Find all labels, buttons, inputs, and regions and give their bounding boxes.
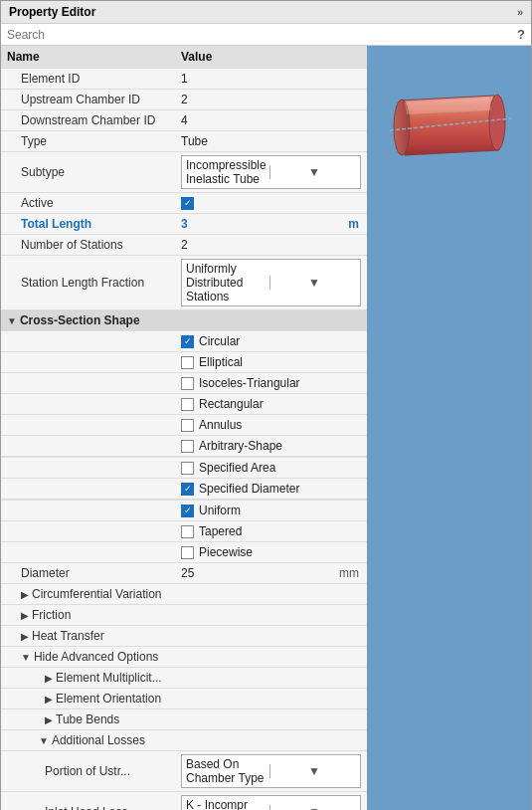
tube-bends-expand-icon[interactable]: ▶	[45, 714, 53, 725]
downstream-chamber-label: Downstream Chamber ID	[1, 110, 175, 131]
table-row: Elliptical	[1, 352, 367, 373]
friction-header: ▶ Friction	[21, 608, 361, 622]
piecewise-checkbox[interactable]	[181, 546, 194, 559]
rectangular-checkbox[interactable]	[181, 398, 194, 411]
station-length-fraction-label: Station Length Fraction	[1, 256, 175, 310]
subtype-dropdown[interactable]: Incompressible Inelastic Tube ▼	[181, 155, 361, 189]
circular-label	[1, 331, 175, 352]
tube-svg	[385, 91, 514, 160]
element-multiplicity-header: ▶ Element Multiplicit...	[33, 671, 361, 685]
circ-variation-label[interactable]: ▶ Circumferential Variation	[1, 584, 367, 605]
subtype-value[interactable]: Incompressible Inelastic Tube ▼	[175, 152, 367, 193]
table-row: Tapered	[1, 521, 367, 542]
heat-transfer-label[interactable]: ▶ Heat Transfer	[1, 626, 367, 647]
element-multiplicity-text: Element Multiplicit...	[56, 671, 162, 685]
circular-checkbox[interactable]	[181, 335, 194, 348]
table-row: Specified Area	[1, 458, 367, 479]
portion-ustr-dropdown[interactable]: Based On Chamber Type ▼	[181, 754, 361, 788]
arbitrary-shape-checkbox[interactable]	[181, 440, 194, 453]
element-multiplicity-expand-icon[interactable]: ▶	[45, 673, 53, 684]
elliptical-checkbox[interactable]	[181, 356, 194, 369]
friction-expand-icon[interactable]: ▶	[21, 610, 29, 621]
arbitrary-shape-value[interactable]: Arbitrary-Shape	[175, 436, 367, 457]
isosceles-checkbox[interactable]	[181, 377, 194, 390]
heat-transfer-text: Heat Transfer	[32, 629, 104, 643]
active-checkbox[interactable]	[181, 197, 194, 210]
total-length-value[interactable]: 3	[175, 214, 327, 235]
specified-area-value[interactable]: Specified Area	[175, 458, 367, 479]
hide-advanced-expand-icon[interactable]: ▼	[21, 652, 31, 663]
table-row: ▶ Element Orientation	[1, 689, 367, 709]
preview-panel	[367, 46, 531, 810]
tapered-value[interactable]: Tapered	[175, 521, 367, 542]
element-multiplicity-label[interactable]: ▶ Element Multiplicit...	[1, 668, 367, 689]
num-stations-value[interactable]: 2	[175, 235, 327, 256]
hide-advanced-options-label[interactable]: ▼ Hide Advanced Options	[1, 647, 367, 668]
table-row: Subtype Incompressible Inelastic Tube ▼	[1, 152, 367, 193]
rectangular-value[interactable]: Rectangular	[175, 394, 367, 415]
element-orientation-expand-icon[interactable]: ▶	[45, 694, 53, 705]
table-row: Number of Stations 2	[1, 235, 367, 256]
specified-diameter-checkbox[interactable]	[181, 483, 194, 496]
subtype-label: Subtype	[1, 152, 175, 193]
subtype-dropdown-arrow: ▼	[269, 165, 356, 179]
upstream-chamber-label: Upstream Chamber ID	[1, 90, 175, 110]
specified-area-checkbox[interactable]	[181, 462, 194, 475]
friction-text: Friction	[32, 608, 71, 622]
table-header: Name Value	[1, 46, 367, 69]
element-orientation-label[interactable]: ▶ Element Orientation	[1, 689, 367, 709]
svg-point-2	[489, 95, 505, 150]
downstream-chamber-value[interactable]: 4	[175, 110, 327, 131]
uniform-checkbox-cell: Uniform	[181, 504, 361, 517]
annulus-checkbox-cell: Annulus	[181, 418, 361, 432]
station-length-dropdown[interactable]: Uniformly Distributed Stations ▼	[181, 259, 361, 306]
element-orientation-header: ▶ Element Orientation	[33, 692, 361, 706]
station-length-fraction-value[interactable]: Uniformly Distributed Stations ▼	[175, 256, 367, 310]
table-row: ▶ Element Multiplicit...	[1, 668, 367, 689]
title-label: Property Editor	[9, 5, 95, 19]
specified-area-text: Specified Area	[199, 461, 275, 475]
portion-ustr-dropdown-arrow: ▼	[269, 764, 356, 778]
tapered-checkbox[interactable]	[181, 525, 194, 538]
table-row: ▶ Tube Bends	[1, 709, 367, 730]
element-id-label: Element ID	[1, 69, 175, 90]
diameter-unit: mm	[327, 563, 367, 584]
name-header: Name	[1, 46, 175, 69]
additional-losses-label[interactable]: ▼ Additional Losses	[1, 730, 367, 751]
upstream-chamber-value[interactable]: 2	[175, 90, 327, 110]
tube-bends-label[interactable]: ▶ Tube Bends	[1, 709, 367, 730]
circular-value[interactable]: Circular	[175, 331, 367, 352]
annulus-value[interactable]: Annulus	[175, 415, 367, 436]
diameter-value[interactable]: 25	[175, 563, 327, 584]
piecewise-value[interactable]: Piecewise	[175, 542, 367, 563]
total-length-label[interactable]: Total Length	[1, 214, 175, 235]
help-button[interactable]: ?	[517, 27, 525, 42]
specified-diameter-value[interactable]: Specified Diameter	[175, 479, 367, 500]
cross-section-label[interactable]: ▼ Cross-Section Shape	[1, 310, 367, 331]
annulus-text: Annulus	[199, 418, 242, 432]
friction-label[interactable]: ▶ Friction	[1, 605, 367, 626]
active-value[interactable]	[175, 193, 327, 214]
num-stations-label: Number of Stations	[1, 235, 175, 256]
type-unit	[327, 131, 367, 152]
expand-icon[interactable]: »	[517, 6, 523, 18]
circular-checkbox-cell: Circular	[181, 334, 361, 348]
cross-section-expand-icon[interactable]: ▼	[7, 315, 17, 326]
uniform-value[interactable]: Uniform	[175, 501, 367, 521]
portion-ustr-value[interactable]: Based On Chamber Type ▼	[175, 751, 367, 792]
uniform-checkbox[interactable]	[181, 505, 194, 517]
search-input[interactable]	[7, 28, 513, 42]
inlet-head-loss-value[interactable]: K - Incompr Loss Coef ▼	[175, 792, 367, 811]
inlet-head-loss-dropdown[interactable]: K - Incompr Loss Coef ▼	[181, 795, 361, 810]
circ-variation-expand-icon[interactable]: ▶	[21, 589, 29, 600]
heat-transfer-header: ▶ Heat Transfer	[21, 629, 361, 643]
value-header: Value	[175, 46, 327, 69]
isosceles-value[interactable]: Isoceles-Triangular	[175, 373, 367, 394]
annulus-checkbox[interactable]	[181, 419, 194, 432]
additional-losses-expand-icon[interactable]: ▼	[39, 735, 49, 746]
properties-table: Name Value Element ID 1 Upstream Chamber…	[1, 46, 367, 810]
circ-variation-text: Circumferential Variation	[32, 587, 162, 601]
element-id-value[interactable]: 1	[175, 69, 327, 90]
heat-transfer-expand-icon[interactable]: ▶	[21, 631, 29, 642]
elliptical-value[interactable]: Elliptical	[175, 352, 367, 373]
